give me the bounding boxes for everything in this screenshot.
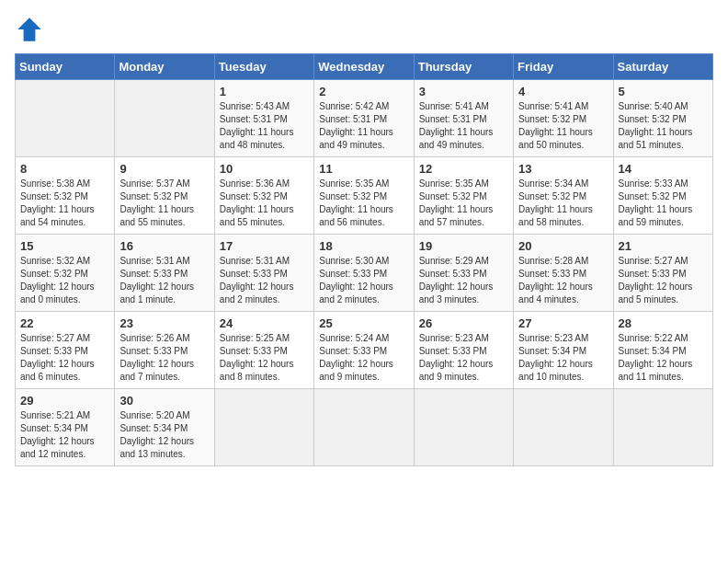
calendar-cell: 17 Sunrise: 5:31 AMSunset: 5:33 PMDaylig… xyxy=(214,235,313,312)
day-number: 12 xyxy=(419,162,508,176)
day-number: 14 xyxy=(619,162,708,176)
calendar-cell: 11 Sunrise: 5:35 AMSunset: 5:32 PMDaylig… xyxy=(314,157,414,235)
day-number: 26 xyxy=(419,316,508,330)
day-number: 21 xyxy=(619,239,708,253)
day-info: Sunrise: 5:23 AMSunset: 5:34 PMDaylight:… xyxy=(518,332,608,384)
calendar-cell: 24 Sunrise: 5:25 AMSunset: 5:33 PMDaylig… xyxy=(214,312,313,389)
day-info: Sunrise: 5:31 AMSunset: 5:33 PMDaylight:… xyxy=(119,255,209,306)
day-info: Sunrise: 5:20 AMSunset: 5:34 PMDaylight:… xyxy=(119,409,209,461)
day-number: 16 xyxy=(119,239,209,253)
day-number: 2 xyxy=(319,85,408,98)
calendar-cell: 23 Sunrise: 5:26 AMSunset: 5:33 PMDaylig… xyxy=(115,312,214,389)
week-row-2: 8 Sunrise: 5:38 AMSunset: 5:32 PMDayligh… xyxy=(16,157,713,235)
week-row-1: 1 Sunrise: 5:43 AMSunset: 5:31 PMDayligh… xyxy=(16,80,713,157)
day-info: Sunrise: 5:35 AMSunset: 5:32 PMDaylight:… xyxy=(319,178,408,229)
weekday-header-thursday: Thursday xyxy=(414,54,513,80)
day-info: Sunrise: 5:35 AMSunset: 5:32 PMDaylight:… xyxy=(419,178,508,229)
day-info: Sunrise: 5:23 AMSunset: 5:33 PMDaylight:… xyxy=(419,332,508,384)
day-number: 28 xyxy=(619,316,708,330)
day-info: Sunrise: 5:31 AMSunset: 5:33 PMDaylight:… xyxy=(220,255,309,306)
day-info: Sunrise: 5:37 AMSunset: 5:32 PMDaylight:… xyxy=(119,178,209,229)
day-number: 13 xyxy=(518,162,608,176)
day-number: 9 xyxy=(119,162,209,176)
day-number: 8 xyxy=(20,162,109,176)
logo-icon xyxy=(15,15,44,44)
day-info: Sunrise: 5:27 AMSunset: 5:33 PMDaylight:… xyxy=(619,255,708,306)
day-number: 27 xyxy=(518,316,608,330)
weekday-header-friday: Friday xyxy=(514,54,613,80)
day-number: 1 xyxy=(220,85,309,98)
week-row-3: 15 Sunrise: 5:32 AMSunset: 5:32 PMDaylig… xyxy=(16,235,713,312)
calendar-cell: 22 Sunrise: 5:27 AMSunset: 5:33 PMDaylig… xyxy=(16,312,115,389)
day-number: 22 xyxy=(20,316,109,330)
logo xyxy=(15,15,48,44)
day-number: 23 xyxy=(119,316,209,330)
day-info: Sunrise: 5:26 AMSunset: 5:33 PMDaylight:… xyxy=(119,332,209,384)
day-number: 25 xyxy=(319,316,408,330)
calendar-cell: 28 Sunrise: 5:22 AMSunset: 5:34 PMDaylig… xyxy=(613,312,712,389)
calendar-cell: 20 Sunrise: 5:28 AMSunset: 5:33 PMDaylig… xyxy=(514,235,613,312)
calendar-cell: 5 Sunrise: 5:40 AMSunset: 5:32 PMDayligh… xyxy=(613,80,712,157)
week-row-5: 29 Sunrise: 5:21 AMSunset: 5:34 PMDaylig… xyxy=(16,389,713,466)
calendar-cell: 27 Sunrise: 5:23 AMSunset: 5:34 PMDaylig… xyxy=(514,312,613,389)
day-number: 18 xyxy=(319,239,408,253)
day-info: Sunrise: 5:40 AMSunset: 5:32 PMDaylight:… xyxy=(619,100,708,152)
calendar-cell: 25 Sunrise: 5:24 AMSunset: 5:33 PMDaylig… xyxy=(314,312,414,389)
day-number: 11 xyxy=(319,162,408,176)
day-info: Sunrise: 5:32 AMSunset: 5:32 PMDaylight:… xyxy=(20,255,109,306)
day-info: Sunrise: 5:27 AMSunset: 5:33 PMDaylight:… xyxy=(20,332,109,384)
day-info: Sunrise: 5:43 AMSunset: 5:31 PMDaylight:… xyxy=(220,100,309,152)
day-number: 3 xyxy=(419,85,508,98)
day-number: 19 xyxy=(419,239,508,253)
calendar-cell: 12 Sunrise: 5:35 AMSunset: 5:32 PMDaylig… xyxy=(414,157,513,235)
calendar-cell: 9 Sunrise: 5:37 AMSunset: 5:32 PMDayligh… xyxy=(115,157,214,235)
day-number: 17 xyxy=(220,239,309,253)
day-info: Sunrise: 5:30 AMSunset: 5:33 PMDaylight:… xyxy=(319,255,408,306)
day-info: Sunrise: 5:34 AMSunset: 5:32 PMDaylight:… xyxy=(518,178,608,229)
day-info: Sunrise: 5:41 AMSunset: 5:32 PMDaylight:… xyxy=(518,100,608,152)
page-header xyxy=(15,15,713,44)
week-row-4: 22 Sunrise: 5:27 AMSunset: 5:33 PMDaylig… xyxy=(16,312,713,389)
day-number: 10 xyxy=(220,162,309,176)
svg-marker-0 xyxy=(17,17,41,41)
calendar-cell xyxy=(514,389,613,466)
day-number: 30 xyxy=(119,394,209,408)
calendar-cell xyxy=(414,389,513,466)
day-info: Sunrise: 5:21 AMSunset: 5:34 PMDaylight:… xyxy=(20,409,109,461)
day-number: 29 xyxy=(20,394,109,408)
day-number: 5 xyxy=(619,85,708,98)
day-info: Sunrise: 5:24 AMSunset: 5:33 PMDaylight:… xyxy=(319,332,408,384)
day-number: 15 xyxy=(20,239,109,253)
weekday-header-saturday: Saturday xyxy=(613,54,712,80)
weekday-header-tuesday: Tuesday xyxy=(214,54,313,80)
calendar-cell: 3 Sunrise: 5:41 AMSunset: 5:31 PMDayligh… xyxy=(414,80,513,157)
calendar-cell: 18 Sunrise: 5:30 AMSunset: 5:33 PMDaylig… xyxy=(314,235,414,312)
day-number: 20 xyxy=(518,239,608,253)
calendar-cell: 19 Sunrise: 5:29 AMSunset: 5:33 PMDaylig… xyxy=(414,235,513,312)
calendar-cell: 13 Sunrise: 5:34 AMSunset: 5:32 PMDaylig… xyxy=(514,157,613,235)
calendar-cell: 1 Sunrise: 5:43 AMSunset: 5:31 PMDayligh… xyxy=(214,80,313,157)
day-info: Sunrise: 5:38 AMSunset: 5:32 PMDaylight:… xyxy=(20,178,109,229)
day-info: Sunrise: 5:22 AMSunset: 5:34 PMDaylight:… xyxy=(619,332,708,384)
calendar-cell: 16 Sunrise: 5:31 AMSunset: 5:33 PMDaylig… xyxy=(115,235,214,312)
day-number: 4 xyxy=(518,85,608,98)
calendar-cell xyxy=(214,389,313,466)
weekday-header-wednesday: Wednesday xyxy=(314,54,414,80)
day-info: Sunrise: 5:25 AMSunset: 5:33 PMDaylight:… xyxy=(220,332,309,384)
weekday-header-sunday: Sunday xyxy=(16,54,115,80)
calendar-cell: 2 Sunrise: 5:42 AMSunset: 5:31 PMDayligh… xyxy=(314,80,414,157)
calendar-cell: 15 Sunrise: 5:32 AMSunset: 5:32 PMDaylig… xyxy=(16,235,115,312)
calendar-cell xyxy=(115,80,214,157)
calendar-cell: 8 Sunrise: 5:38 AMSunset: 5:32 PMDayligh… xyxy=(16,157,115,235)
day-number: 24 xyxy=(220,316,309,330)
day-info: Sunrise: 5:29 AMSunset: 5:33 PMDaylight:… xyxy=(419,255,508,306)
calendar-cell: 21 Sunrise: 5:27 AMSunset: 5:33 PMDaylig… xyxy=(613,235,712,312)
calendar-table: SundayMondayTuesdayWednesdayThursdayFrid… xyxy=(15,53,713,466)
calendar-cell: 10 Sunrise: 5:36 AMSunset: 5:32 PMDaylig… xyxy=(214,157,313,235)
calendar-cell: 30 Sunrise: 5:20 AMSunset: 5:34 PMDaylig… xyxy=(115,389,214,466)
calendar-cell: 26 Sunrise: 5:23 AMSunset: 5:33 PMDaylig… xyxy=(414,312,513,389)
day-info: Sunrise: 5:28 AMSunset: 5:33 PMDaylight:… xyxy=(518,255,608,306)
calendar-cell xyxy=(314,389,414,466)
day-info: Sunrise: 5:33 AMSunset: 5:32 PMDaylight:… xyxy=(619,178,708,229)
day-info: Sunrise: 5:41 AMSunset: 5:31 PMDaylight:… xyxy=(419,100,508,152)
